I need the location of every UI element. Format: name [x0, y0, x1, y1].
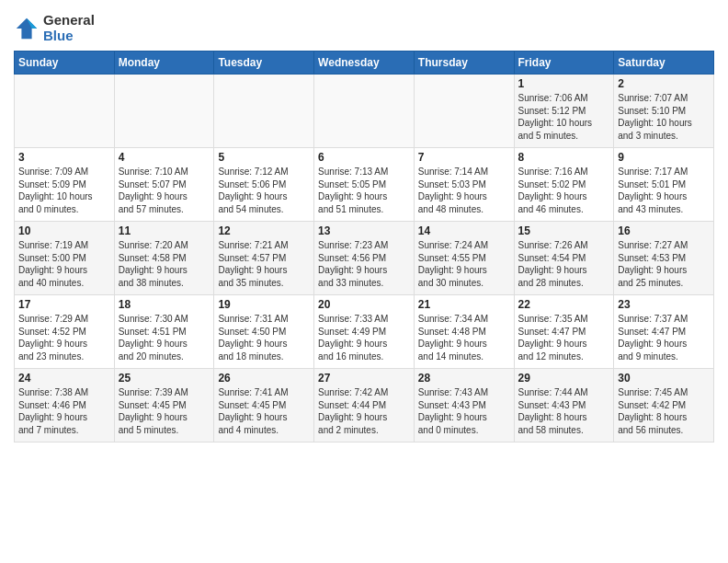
day-info: Sunrise: 7:31 AM Sunset: 4:50 PM Dayligh…	[218, 313, 310, 362]
day-number: 18	[119, 298, 210, 311]
calendar-cell: 7Sunrise: 7:14 AM Sunset: 5:03 PM Daylig…	[414, 148, 514, 222]
calendar-cell: 1Sunrise: 7:06 AM Sunset: 5:12 PM Daylig…	[514, 75, 614, 148]
day-number: 27	[318, 372, 410, 385]
logo-text: General Blue	[43, 13, 95, 43]
calendar-cell: 24Sunrise: 7:38 AM Sunset: 4:46 PM Dayli…	[15, 369, 115, 442]
weekday-header-tuesday: Tuesday	[214, 52, 314, 75]
day-info: Sunrise: 7:37 AM Sunset: 4:47 PM Dayligh…	[618, 313, 710, 362]
day-number: 1	[518, 77, 610, 90]
day-number: 22	[518, 298, 610, 311]
day-number: 24	[18, 372, 110, 385]
day-info: Sunrise: 7:26 AM Sunset: 4:54 PM Dayligh…	[518, 239, 610, 289]
calendar-cell: 2Sunrise: 7:07 AM Sunset: 5:10 PM Daylig…	[614, 75, 714, 148]
calendar-cell: 15Sunrise: 7:26 AM Sunset: 4:54 PM Dayli…	[514, 222, 614, 295]
day-number: 3	[18, 151, 110, 164]
day-number: 11	[119, 224, 210, 237]
calendar-cell: 30Sunrise: 7:45 AM Sunset: 4:42 PM Dayli…	[614, 369, 714, 442]
calendar-cell: 23Sunrise: 7:37 AM Sunset: 4:47 PM Dayli…	[614, 295, 714, 369]
weekday-header-row: SundayMondayTuesdayWednesdayThursdayFrid…	[15, 52, 714, 75]
calendar-cell: 18Sunrise: 7:30 AM Sunset: 4:51 PM Dayli…	[114, 295, 214, 369]
calendar-cell: 11Sunrise: 7:20 AM Sunset: 4:58 PM Dayli…	[114, 222, 214, 295]
day-info: Sunrise: 7:29 AM Sunset: 4:52 PM Dayligh…	[18, 313, 110, 362]
calendar-week-2: 3Sunrise: 7:09 AM Sunset: 5:09 PM Daylig…	[15, 148, 714, 222]
calendar-cell: 25Sunrise: 7:39 AM Sunset: 4:45 PM Dayli…	[114, 369, 214, 442]
day-number: 10	[18, 224, 110, 237]
day-number: 23	[618, 298, 710, 311]
day-info: Sunrise: 7:12 AM Sunset: 5:06 PM Dayligh…	[218, 166, 310, 215]
day-number: 17	[18, 298, 110, 311]
day-number: 9	[618, 151, 710, 164]
day-number: 28	[418, 372, 510, 385]
calendar-cell: 3Sunrise: 7:09 AM Sunset: 5:09 PM Daylig…	[15, 148, 115, 222]
day-number: 14	[418, 224, 510, 237]
day-info: Sunrise: 7:44 AM Sunset: 4:43 PM Dayligh…	[518, 386, 610, 436]
calendar-cell: 19Sunrise: 7:31 AM Sunset: 4:50 PM Dayli…	[214, 295, 314, 369]
day-info: Sunrise: 7:34 AM Sunset: 4:48 PM Dayligh…	[418, 313, 510, 362]
day-info: Sunrise: 7:16 AM Sunset: 5:02 PM Dayligh…	[518, 166, 610, 215]
day-number: 5	[218, 151, 310, 164]
weekday-header-wednesday: Wednesday	[314, 52, 415, 75]
page-container: General Blue SundayMondayTuesdayWednesda…	[0, 0, 728, 447]
day-info: Sunrise: 7:19 AM Sunset: 5:00 PM Dayligh…	[18, 239, 110, 289]
day-number: 26	[218, 372, 310, 385]
day-info: Sunrise: 7:33 AM Sunset: 4:49 PM Dayligh…	[318, 313, 410, 362]
calendar-cell	[314, 75, 415, 148]
calendar-cell: 21Sunrise: 7:34 AM Sunset: 4:48 PM Dayli…	[414, 295, 514, 369]
day-info: Sunrise: 7:39 AM Sunset: 4:45 PM Dayligh…	[119, 386, 210, 436]
day-info: Sunrise: 7:21 AM Sunset: 4:57 PM Dayligh…	[218, 239, 310, 289]
day-number: 13	[318, 224, 410, 237]
calendar-cell: 4Sunrise: 7:10 AM Sunset: 5:07 PM Daylig…	[114, 148, 214, 222]
day-number: 19	[218, 298, 310, 311]
day-number: 4	[119, 151, 210, 164]
day-number: 25	[119, 372, 210, 385]
weekday-header-friday: Friday	[514, 52, 614, 75]
calendar-cell: 20Sunrise: 7:33 AM Sunset: 4:49 PM Dayli…	[314, 295, 415, 369]
day-number: 29	[518, 372, 610, 385]
day-info: Sunrise: 7:17 AM Sunset: 5:01 PM Dayligh…	[618, 166, 710, 215]
calendar-cell: 28Sunrise: 7:43 AM Sunset: 4:43 PM Dayli…	[414, 369, 514, 442]
day-info: Sunrise: 7:24 AM Sunset: 4:55 PM Dayligh…	[418, 239, 510, 289]
day-number: 16	[618, 224, 710, 237]
weekday-header-sunday: Sunday	[15, 52, 115, 75]
calendar-cell: 5Sunrise: 7:12 AM Sunset: 5:06 PM Daylig…	[214, 148, 314, 222]
day-number: 2	[618, 77, 710, 90]
calendar-cell	[114, 75, 214, 148]
calendar-cell	[214, 75, 314, 148]
day-info: Sunrise: 7:10 AM Sunset: 5:07 PM Dayligh…	[119, 166, 210, 215]
calendar-cell: 22Sunrise: 7:35 AM Sunset: 4:47 PM Dayli…	[514, 295, 614, 369]
logo: General Blue	[14, 13, 95, 43]
calendar-cell: 6Sunrise: 7:13 AM Sunset: 5:05 PM Daylig…	[314, 148, 415, 222]
day-number: 20	[318, 298, 410, 311]
calendar-cell	[15, 75, 115, 148]
day-info: Sunrise: 7:38 AM Sunset: 4:46 PM Dayligh…	[18, 386, 110, 436]
calendar-table: SundayMondayTuesdayWednesdayThursdayFrid…	[14, 51, 714, 442]
day-number: 8	[518, 151, 610, 164]
weekday-header-saturday: Saturday	[614, 52, 714, 75]
day-info: Sunrise: 7:20 AM Sunset: 4:58 PM Dayligh…	[119, 239, 210, 289]
header: General Blue	[14, 9, 714, 43]
day-info: Sunrise: 7:27 AM Sunset: 4:53 PM Dayligh…	[618, 239, 710, 289]
day-info: Sunrise: 7:43 AM Sunset: 4:43 PM Dayligh…	[418, 386, 510, 436]
calendar-cell: 16Sunrise: 7:27 AM Sunset: 4:53 PM Dayli…	[614, 222, 714, 295]
day-info: Sunrise: 7:42 AM Sunset: 4:44 PM Dayligh…	[318, 386, 410, 436]
day-number: 12	[218, 224, 310, 237]
calendar-cell: 26Sunrise: 7:41 AM Sunset: 4:45 PM Dayli…	[214, 369, 314, 442]
calendar-cell: 14Sunrise: 7:24 AM Sunset: 4:55 PM Dayli…	[414, 222, 514, 295]
day-info: Sunrise: 7:06 AM Sunset: 5:12 PM Dayligh…	[518, 92, 610, 142]
day-info: Sunrise: 7:07 AM Sunset: 5:10 PM Dayligh…	[618, 92, 710, 142]
day-info: Sunrise: 7:41 AM Sunset: 4:45 PM Dayligh…	[218, 386, 310, 436]
day-number: 15	[518, 224, 610, 237]
calendar-cell: 9Sunrise: 7:17 AM Sunset: 5:01 PM Daylig…	[614, 148, 714, 222]
day-info: Sunrise: 7:13 AM Sunset: 5:05 PM Dayligh…	[318, 166, 410, 215]
calendar-cell	[414, 75, 514, 148]
logo-icon	[14, 16, 40, 41]
day-info: Sunrise: 7:45 AM Sunset: 4:42 PM Dayligh…	[618, 386, 710, 436]
day-info: Sunrise: 7:35 AM Sunset: 4:47 PM Dayligh…	[518, 313, 610, 362]
calendar-cell: 27Sunrise: 7:42 AM Sunset: 4:44 PM Dayli…	[314, 369, 415, 442]
calendar-week-1: 1Sunrise: 7:06 AM Sunset: 5:12 PM Daylig…	[15, 75, 714, 148]
calendar-cell: 29Sunrise: 7:44 AM Sunset: 4:43 PM Dayli…	[514, 369, 614, 442]
day-number: 6	[318, 151, 410, 164]
calendar-cell: 12Sunrise: 7:21 AM Sunset: 4:57 PM Dayli…	[214, 222, 314, 295]
day-info: Sunrise: 7:23 AM Sunset: 4:56 PM Dayligh…	[318, 239, 410, 289]
day-number: 7	[418, 151, 510, 164]
